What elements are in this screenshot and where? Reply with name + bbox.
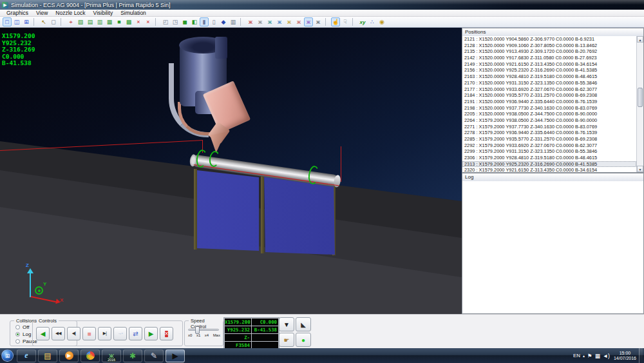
- positions-row[interactable]: 2285 : X1579.2000 Y935.5770 Z-331.2570 C…: [462, 136, 636, 142]
- speed-slider-track[interactable]: [188, 329, 219, 331]
- positions-row[interactable]: 2149 : X1520.0000 Y921.6150 Z-313.4350 C…: [462, 61, 636, 68]
- menu-item[interactable]: View: [32, 10, 52, 17]
- menu-item[interactable]: Simulation: [117, 10, 150, 17]
- collision-shield-icon[interactable]: ◆: [219, 17, 228, 26]
- positions-row[interactable]: 2163 : X1520.0000 Y928.4810 Z-319.5180 C…: [462, 74, 636, 80]
- run-options-button[interactable]: ⇄: [129, 327, 142, 340]
- taskbar-app-2016[interactable]: ж 2016: [102, 349, 121, 362]
- fast-reverse-button[interactable]: ◀◀: [52, 327, 65, 340]
- show-hidden-icons[interactable]: ▴: [583, 353, 585, 358]
- nozzle-down-button[interactable]: ▼: [279, 317, 294, 331]
- view-shaded-icon[interactable]: ■: [115, 17, 124, 26]
- cursor-page-icon[interactable]: ◻: [49, 17, 58, 26]
- positions-row[interactable]: 2205 : X1520.0000 Y938.0500 Z-344.7500 C…: [462, 111, 636, 117]
- view-front-icon[interactable]: ▥: [95, 17, 104, 26]
- step-forward-button[interactable]: ▶|: [98, 327, 111, 340]
- sim-actor-1-icon[interactable]: ж: [246, 17, 255, 26]
- layout-quad-icon[interactable]: ⊞: [22, 17, 31, 26]
- sim-actor-4-icon[interactable]: ж: [275, 17, 284, 26]
- speed-slider-handle[interactable]: [195, 326, 200, 334]
- select-cursor-icon[interactable]: ↖: [39, 17, 48, 26]
- view-iso-icon[interactable]: ▧: [76, 17, 85, 26]
- tray-volume-icon[interactable]: ◄): [603, 353, 610, 359]
- origin-axes-icon[interactable]: ⌖: [66, 17, 75, 26]
- play-button[interactable]: ▶: [144, 327, 158, 340]
- positions-row[interactable]: 2121 : X1520.0000 Y904.5860 Z-306.9770 C…: [462, 36, 636, 43]
- taskbar-app-settings[interactable]: ✱: [123, 349, 142, 362]
- sim-actor-6-icon[interactable]: ж: [294, 17, 303, 26]
- tray-network-icon[interactable]: ▦: [595, 353, 600, 359]
- sim-actor-2-icon[interactable]: ж: [256, 17, 265, 26]
- cycle-indicator[interactable]: ●: [296, 333, 311, 347]
- positions-row[interactable]: 2184 : X1520.0000 Y935.5770 Z-331.2570 C…: [462, 92, 636, 99]
- language-indicator[interactable]: EN: [573, 353, 580, 358]
- taskbar-simulation[interactable]: ▶: [166, 349, 185, 362]
- show-desktop-button[interactable]: [639, 348, 643, 363]
- positions-row[interactable]: 2306 : X1579.2000 Y928.4810 Z-319.5180 C…: [462, 155, 636, 161]
- tray-action-center-icon[interactable]: ⚑: [587, 353, 592, 359]
- material-bin-icon[interactable]: ▥: [229, 17, 238, 26]
- show-stock-icon[interactable]: ◼: [180, 17, 189, 26]
- show-machine-icon[interactable]: ◰: [161, 17, 170, 26]
- menu-item[interactable]: Graphics: [3, 10, 32, 17]
- positions-row[interactable]: 2156 : X1520.0000 Y925.2320 Z-316.2690 C…: [462, 67, 636, 74]
- sim-actor-5-icon[interactable]: ж: [285, 17, 294, 26]
- taskbar-app-design[interactable]: ✎: [144, 349, 164, 362]
- remove-all-views-icon[interactable]: ×: [144, 17, 153, 26]
- positions-row[interactable]: 2292 : X1579.2000 Y933.6920 Z-327.0670 C…: [462, 142, 636, 149]
- show-fixtures-icon[interactable]: ◳: [171, 17, 180, 26]
- view-top-icon[interactable]: ▤: [86, 17, 95, 26]
- start-button[interactable]: ⊞: [1, 349, 14, 362]
- positions-row[interactable]: 2320 : X1579.2000 Y921.6150 Z-313.4350 C…: [462, 167, 636, 172]
- taskbar-clock[interactable]: 15:00 14/07/2016: [614, 351, 636, 361]
- taskbar-internet-explorer[interactable]: e: [17, 349, 36, 362]
- show-tube-ghost-icon[interactable]: ▯: [209, 17, 218, 26]
- jump-next-op-button[interactable]: →▫: [113, 327, 127, 340]
- pick-hand-button[interactable]: ☛: [279, 333, 294, 347]
- play-reverse-button[interactable]: ◀: [36, 327, 50, 340]
- positions-row[interactable]: 2299 : X1579.2000 Y931.3150 Z-323.1350 C…: [462, 148, 636, 155]
- sim-actor-3-icon[interactable]: ж: [265, 17, 274, 26]
- menu-item[interactable]: Visibility: [90, 10, 117, 17]
- log-body[interactable]: [462, 181, 643, 313]
- positions-row[interactable]: 2191 : X1520.0000 Y936.9440 Z-335.6440 C…: [462, 99, 636, 105]
- positions-row[interactable]: 2313 : X1579.2000 Y925.2320 Z-316.2690 C…: [462, 161, 636, 168]
- taskbar-explorer[interactable]: ▤: [38, 349, 57, 362]
- view-side-icon[interactable]: ▦: [105, 17, 114, 26]
- positions-row[interactable]: 2170 : X1520.0000 Y931.3150 Z-323.1350 C…: [462, 80, 636, 86]
- positions-row[interactable]: 2177 : X1520.0000 Y933.6920 Z-327.0670 C…: [462, 86, 636, 93]
- stop-button[interactable]: ■: [82, 327, 96, 340]
- layout-single-icon[interactable]: □: [3, 17, 12, 26]
- show-tube-icon[interactable]: ▮: [200, 17, 209, 26]
- positions-scrollbar[interactable]: ▲ ▼: [636, 36, 643, 172]
- layout-split-icon[interactable]: ◫: [12, 17, 21, 26]
- window-titlebar[interactable]: ▶ Simulation - ECS AG 9004 - [Prima Plus…: [0, 0, 644, 10]
- sim-actor-7-icon[interactable]: ж: [304, 17, 313, 26]
- scroll-down-button[interactable]: ▼: [637, 166, 643, 172]
- view-wire-icon[interactable]: ▩: [124, 17, 133, 26]
- positions-list[interactable]: 2121 : X1520.0000 Y904.5860 Z-306.9770 C…: [462, 36, 636, 172]
- abort-button[interactable]: ×: [160, 327, 173, 340]
- positions-row[interactable]: 2135 : X1520.0000 Y913.4930 Z-309.1720 C…: [462, 48, 636, 55]
- step-reverse-button[interactable]: ◀|: [67, 327, 80, 340]
- pick-pointer-icon[interactable]: ☝: [331, 17, 340, 26]
- world-view-icon[interactable]: ◉: [377, 17, 386, 26]
- positions-row[interactable]: 2128 : X1520.0000 Y909.1060 Z-307.8050 C…: [462, 43, 636, 49]
- remove-view-icon[interactable]: ×: [134, 17, 143, 26]
- positions-row[interactable]: 2278 : X1579.2000 Y936.9440 Z-335.6440 C…: [462, 130, 636, 136]
- pick-options-icon[interactable]: ☟: [341, 17, 350, 26]
- taskbar-media-player[interactable]: ▶: [59, 349, 79, 362]
- positions-row[interactable]: 2264 : X1579.2000 Y938.0500 Z-344.7500 C…: [462, 117, 636, 124]
- scroll-thumb[interactable]: [638, 88, 643, 107]
- positions-row[interactable]: 2142 : X1520.0000 Y917.6830 Z-311.0580 C…: [462, 55, 636, 61]
- scroll-up-button[interactable]: ▲: [637, 36, 643, 43]
- show-part-icon[interactable]: ◧: [190, 17, 199, 26]
- measure-xy-icon[interactable]: xy: [358, 17, 367, 26]
- taskbar-chrome[interactable]: ◉: [80, 349, 100, 362]
- viewport-3d[interactable]: X1579.200Y925.232Z-316.269C0.000B-41.538…: [0, 28, 462, 314]
- sim-actor-8-icon[interactable]: ж: [314, 17, 323, 26]
- menu-item[interactable]: Nozzle Lock: [52, 10, 89, 17]
- positions-row[interactable]: 2198 : X1520.0000 Y937.7730 Z-340.1630 C…: [462, 105, 636, 112]
- clamp-button[interactable]: ◣: [296, 317, 311, 331]
- collision-points-icon[interactable]: ∴: [368, 17, 377, 26]
